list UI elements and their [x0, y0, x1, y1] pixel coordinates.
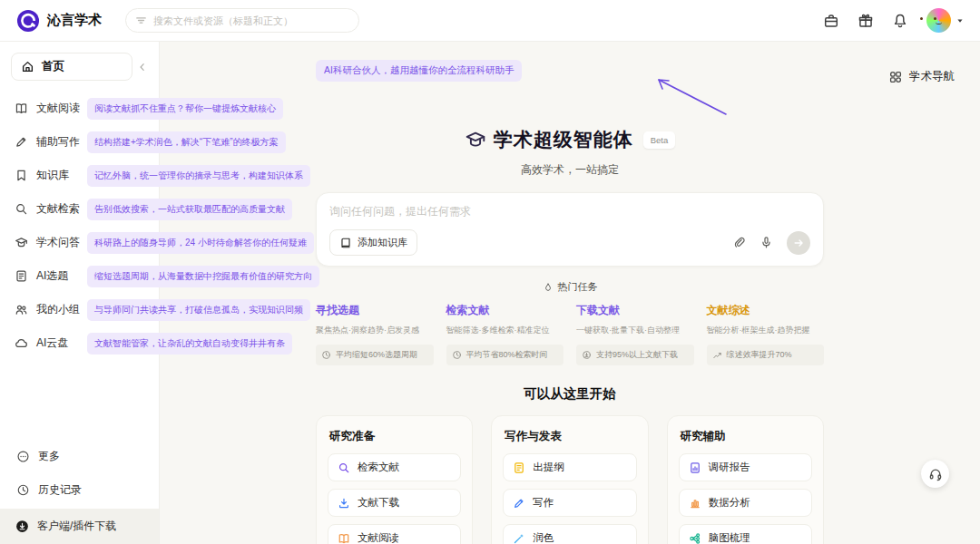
- start-item-literature-download[interactable]: 文献下载: [328, 489, 461, 517]
- start-item-literature-reading[interactable]: 文献阅读: [328, 524, 461, 544]
- mindmap-icon: [689, 532, 701, 544]
- user-menu[interactable]: [926, 8, 965, 33]
- sidebar-item-writing-assist[interactable]: 辅助写作 结构搭建+学术润色，解决“下笔难”的终极方案: [11, 125, 148, 159]
- task-stat: 平均节省80%检索时间: [446, 345, 564, 365]
- sidebar-item-history[interactable]: 历史记录: [11, 473, 148, 507]
- banner-row: AI科研合伙人，越用越懂你的全流程科研助手: [316, 60, 824, 82]
- task-desc: 一键获取·批量下载·自动整理: [576, 325, 694, 336]
- academic-navigation-link[interactable]: 学术导航: [888, 69, 955, 84]
- bookmark-icon: [15, 169, 28, 182]
- task-title: 文献综述: [707, 303, 825, 318]
- task-title: 检索文献: [446, 303, 564, 318]
- sidebar-item-knowledge-base[interactable]: 知识库 记忆外脑，统一管理你的摘录与思考，构建知识体系: [11, 159, 148, 192]
- sidebar-item-my-group[interactable]: 我的小组 与导师同门共读共享，打破信息孤岛，实现知识同频: [11, 293, 148, 326]
- group-writing-publishing: 写作与发表 出提纲 写作 润色 翻译: [491, 415, 648, 544]
- gift-icon: [858, 13, 874, 29]
- pen-icon: [513, 497, 525, 510]
- logo-mark-icon: [16, 9, 40, 33]
- promo-banner[interactable]: AI科研合伙人，越用越懂你的全流程科研助手: [316, 60, 522, 82]
- start-item-search-literature[interactable]: 检索文献: [328, 453, 461, 481]
- hot-tasks-title: 热门任务: [558, 280, 598, 294]
- download-icon: [338, 497, 350, 510]
- task-stat-text: 平均节省80%检索时间: [466, 349, 548, 361]
- beta-badge: Beta: [643, 131, 676, 149]
- rewards-button[interactable]: [858, 13, 874, 29]
- download-circle-icon: [582, 350, 592, 360]
- add-knowledge-base-button[interactable]: 添加知识库: [329, 229, 417, 256]
- task-stat: 平均缩短60%选题周期: [316, 345, 434, 365]
- sidebar-item-literature-reading[interactable]: 文献阅读 阅读文献抓不住重点？帮你一键提炼文献核心: [11, 92, 148, 125]
- start-item-mindmap[interactable]: 脑图梳理: [679, 524, 812, 544]
- workspace-button[interactable]: [823, 13, 839, 29]
- task-find-topic[interactable]: 寻找选题 聚焦热点·洞察趋势·启发灵感 平均缩短60%选题周期: [316, 303, 434, 365]
- task-desc: 智能筛选·多维检索·精准定位: [446, 325, 564, 336]
- trend-icon: [712, 350, 722, 360]
- sidebar-item-client-download[interactable]: 客户端/插件下载: [0, 509, 159, 544]
- start-groups: 研究准备 检索文献 文献下载 文献阅读 选题 写作与发表 出提纲: [316, 415, 824, 544]
- cloud-icon: [15, 336, 28, 350]
- task-download-literature[interactable]: 下载文献 一键获取·批量下载·自动整理 支持95%以上文献下载: [576, 303, 694, 365]
- start-item-label: 脑图梳理: [709, 531, 750, 544]
- task-search-literature[interactable]: 检索文献 智能筛选·多维检索·精准定位 平均节省80%检索时间: [446, 303, 564, 365]
- task-desc: 聚焦热点·洞察趋势·启发灵感: [316, 325, 434, 336]
- notifications-button[interactable]: [892, 13, 908, 29]
- attach-file-button[interactable]: [732, 236, 746, 249]
- prompt-input[interactable]: [329, 205, 810, 218]
- flame-icon: [543, 282, 554, 293]
- pen-icon: [15, 135, 28, 149]
- sidebar-item-ai-cloud-drive[interactable]: AI云盘 文献智能管家，让杂乱的文献自动变得井井有条: [11, 326, 148, 360]
- wand-icon: [513, 532, 525, 544]
- sidebar: 首页 文献阅读 阅读文献抓不住重点？帮你一键提炼文献核心 辅助写作 结构搭建+学…: [0, 42, 160, 544]
- chevron-left-icon: [137, 62, 148, 73]
- start-item-outline[interactable]: 出提纲: [503, 453, 636, 481]
- task-desc: 智能分析·框架生成·趋势把握: [707, 325, 825, 336]
- sidebar-item-literature-search[interactable]: 文献检索 告别低效搜索，一站式获取最匹配的高质量文献: [11, 192, 148, 226]
- sidebar-item-tooltip: 与导师同门共读共享，打破信息孤岛，实现知识同频: [87, 299, 310, 321]
- sidebar-item-academic-qa[interactable]: 学术问答 科研路上的随身导师，24 小时待命解答你的任何疑难: [11, 226, 148, 259]
- task-stat: 综述效率提升70%: [707, 345, 825, 365]
- task-stat-text: 支持95%以上文献下载: [596, 349, 678, 361]
- send-button[interactable]: [787, 231, 810, 255]
- app-logo[interactable]: 沁言学术: [16, 9, 111, 33]
- start-item-label: 写作: [533, 496, 554, 510]
- search-input[interactable]: [125, 8, 359, 33]
- sidebar-item-ai-topic[interactable]: AI选题 缩短选题周期，从海量数据中挖掘最有价值的研究方向: [11, 259, 148, 293]
- sidebar-nav: 文献阅读 阅读文献抓不住重点？帮你一键提炼文献核心 辅助写作 结构搭建+学术润色…: [11, 92, 148, 360]
- sidebar-home-row: 首页: [11, 53, 148, 81]
- academic-navigation-label: 学术导航: [909, 69, 955, 84]
- start-item-writing[interactable]: 写作: [503, 489, 636, 517]
- start-item-research-report[interactable]: 调研报告: [679, 453, 812, 481]
- start-item-polish[interactable]: 润色: [503, 524, 636, 544]
- sidebar-item-tooltip: 缩短选题周期，从海量数据中挖掘最有价值的研究方向: [87, 266, 319, 287]
- task-literature-review[interactable]: 文献综述 智能分析·框架生成·趋势把握 综述效率提升70%: [707, 303, 825, 365]
- doc-lines-icon: [15, 269, 28, 283]
- caret-down-icon: [955, 15, 965, 26]
- sidebar-collapse-button[interactable]: [137, 62, 148, 73]
- start-item-data-analysis[interactable]: 数据分析: [679, 489, 812, 517]
- sidebar-item-tooltip: 结构搭建+学术润色，解决“下笔难”的终极方案: [87, 131, 286, 153]
- notebook-icon: [339, 237, 352, 249]
- grid-icon: [888, 70, 903, 84]
- sidebar-footer-label: 更多: [38, 449, 60, 464]
- start-section-title: 可以从这里开始: [160, 385, 980, 403]
- sidebar-item-more[interactable]: 更多: [11, 440, 148, 473]
- voice-input-button[interactable]: [760, 236, 773, 249]
- task-stat-text: 综述效率提升70%: [727, 349, 792, 361]
- sidebar-item-label: AI选题: [36, 268, 68, 284]
- doc-lines-icon: [513, 461, 525, 474]
- group-research-assist: 研究辅助 调研报告 数据分析 脑图梳理 研究设计: [667, 415, 824, 544]
- sidebar-item-label: 文献检索: [36, 201, 80, 217]
- home-icon: [21, 60, 34, 73]
- sidebar-item-label: 文献阅读: [36, 101, 80, 116]
- group-research-prep: 研究准备 检索文献 文献下载 文献阅读 选题: [316, 415, 473, 544]
- headset-icon: [928, 467, 943, 481]
- customer-support-button[interactable]: [921, 460, 949, 488]
- bar-chart-icon: [689, 497, 701, 510]
- task-title: 寻找选题: [316, 303, 434, 318]
- start-item-label: 文献阅读: [358, 531, 399, 544]
- book-open-icon: [338, 532, 350, 544]
- hot-tasks: 寻找选题 聚焦热点·洞察趋势·启发灵感 平均缩短60%选题周期 检索文献 智能筛…: [316, 303, 824, 365]
- magnifier-icon: [15, 202, 28, 216]
- sidebar-item-home[interactable]: 首页: [11, 53, 132, 81]
- sidebar-item-tooltip: 阅读文献抓不住重点？帮你一键提炼文献核心: [87, 98, 283, 120]
